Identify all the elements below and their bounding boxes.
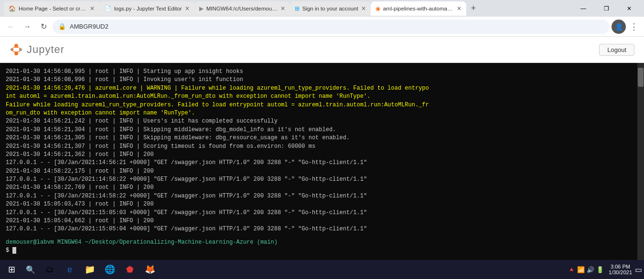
tab-strip: 🏠 Home Page - Select or create a... ✕ 📄 … [4,1,481,16]
profile-button[interactable]: 👤 [612,20,626,34]
log-line-15: 127.0.0.1 - - [30/Jan/2021:15:05:03 +000… [6,209,638,217]
tab5-label: aml-pipelines-with-automate... [383,6,454,11]
log-line-7: 2021-01-30 14:56:21,307 | root | INFO | … [6,143,638,151]
log-line-10: 2021-01-30 14:58:22,175 | root | INFO | … [6,167,638,176]
log-line-11: 127.0.0.1 - - [30/Jan/2021:14:58:22 +000… [6,176,638,184]
close-button[interactable]: ✕ [618,0,640,17]
window-controls: — ❐ ✕ [572,0,640,17]
restore-button[interactable]: ❐ [595,0,617,17]
tab1-favicon: 🏠 [9,5,16,12]
terminal-scrollbar[interactable] [637,63,644,260]
page-content: Jupyter Logout 2021-01-30 14:56:08,995 |… [0,37,644,260]
log-line-6: 2021-01-30 14:56:21,305 | root | INFO | … [6,134,638,142]
address-text: AMBGR9UD2 [70,23,604,30]
logout-button[interactable]: Logout [599,44,634,56]
taskbar-app-6[interactable]: 🦊 [140,261,160,278]
tab4-favicon: ⊞ [295,5,300,12]
log-line-3: 2021-01-30 14:56:20,476 | azureml.core |… [6,84,638,118]
tab-logs[interactable]: 📄 logs.py - Jupyter Text Editor ✕ [99,1,194,16]
nav-bar: ← → ↻ 🔒 AMBGR9UD2 👤 ⋮ [0,17,644,37]
terminal-prompt: demouser@labvm MINGW64 ~/Desktop/Operati… [6,239,278,246]
taskbar-date-text: 1/30/2021 [609,269,632,275]
tab-home[interactable]: 🏠 Home Page - Select or create a... ✕ [4,1,99,16]
taskbar-app-1[interactable]: 🗂 [40,261,59,278]
tab1-close[interactable]: ✕ [90,5,95,12]
taskbar-time-text: 3:06 PM [611,264,630,269]
tab4-close[interactable]: ✕ [361,5,366,12]
tab2-close[interactable]: ✕ [185,5,190,12]
refresh-button[interactable]: ↻ [36,20,51,34]
log-line-14: 2021-01-30 15:05:03,473 | root | INFO | … [6,200,638,208]
taskbar-app-5[interactable]: ⬟ [120,261,140,278]
browser-menu-button[interactable]: ⋮ [628,21,640,32]
log-line-4: 2021-01-30 14:56:21,242 | root | INFO | … [6,117,638,125]
address-icon: 🔒 [58,23,66,30]
tab5-close[interactable]: ✕ [457,5,462,12]
tab-aml[interactable]: ◉ aml-pipelines-with-automate... ✕ [371,1,466,16]
taskbar-clock[interactable]: 3:06 PM 1/30/2021 [609,264,632,275]
jupyter-logo-icon [10,43,23,56]
jupyter-logo-text: Jupyter [27,43,64,56]
tab2-favicon: 📄 [104,5,111,12]
terminal-dollar: $ [6,247,16,254]
back-button[interactable]: ← [4,20,18,34]
tab-terminal[interactable]: ▶ MINGW64:/c/Users/demouser... ✕ [194,1,290,16]
system-tray: 🔺 📶 🔊 🔋 [566,266,606,273]
address-bar[interactable]: 🔒 AMBGR9UD2 [53,20,610,34]
tab4-label: Sign in to your account [302,6,358,11]
show-desktop-button[interactable]: ▭ [635,265,642,274]
log-line-9: 127.0.0.1 - - [30/Jan/2021:14:56:21 +000… [6,159,638,167]
jupyter-header: Jupyter Logout [0,37,644,63]
terminal-content: 2021-01-30 14:56:08,995 | root | INFO | … [6,68,638,255]
taskbar-app-ie[interactable]: e [60,261,79,278]
log-line-17: 127.0.0.1 - - [30/Jan/2021:15:05:04 +000… [6,225,638,233]
log-line-8: 2021-01-30 14:56:21,362 | root | INFO | … [6,151,638,159]
taskbar-app-chrome[interactable]: 🌐 [100,261,119,278]
new-tab-button[interactable]: + [466,1,481,16]
search-button[interactable]: 🔍 [22,261,39,278]
tab-signin[interactable]: ⊞ Sign in to your account ✕ [290,1,371,16]
log-line-5: 2021-01-30 14:56:21,304 | root | INFO | … [6,126,638,134]
tab2-label: logs.py - Jupyter Text Editor [114,6,182,11]
tab5-favicon: ◉ [376,5,380,12]
log-line-1: 2021-01-30 14:56:08,995 | root | INFO | … [6,68,638,76]
tab3-label: MINGW64:/c/Users/demouser... [206,6,278,11]
taskbar: ⊞ 🔍 🗂 e 📁 🌐 ⬟ 🦊 [0,260,644,279]
title-bar: 🏠 Home Page - Select or create a... ✕ 📄 … [0,0,644,17]
forward-button[interactable]: → [20,20,34,34]
start-button[interactable]: ⊞ [2,261,21,278]
terminal-area[interactable]: 2021-01-30 14:56:08,995 | root | INFO | … [0,63,644,260]
tab3-close[interactable]: ✕ [280,5,285,12]
tab1-label: Home Page - Select or create a... [19,6,87,11]
scrollbar-thumb[interactable] [638,68,644,87]
taskbar-app-folder[interactable]: 📁 [80,261,99,278]
minimize-button[interactable]: — [572,0,594,17]
log-line-13: 127.0.0.1 - - [30/Jan/2021:14:58:22 +000… [6,192,638,200]
log-line-12: 2021-01-30 14:58:22,769 | root | INFO | … [6,184,638,192]
tab3-favicon: ▶ [199,5,204,12]
log-line-2: 2021-01-30 14:56:08,996 | root | INFO | … [6,76,638,84]
log-line-16: 2021-01-30 15:05:04,662 | root | INFO | … [6,217,638,225]
taskbar-apps: 🗂 e 📁 🌐 ⬟ 🦊 [40,261,160,278]
browser-window: 🏠 Home Page - Select or create a... ✕ 📄 … [0,0,644,279]
jupyter-logo: Jupyter [10,43,64,56]
